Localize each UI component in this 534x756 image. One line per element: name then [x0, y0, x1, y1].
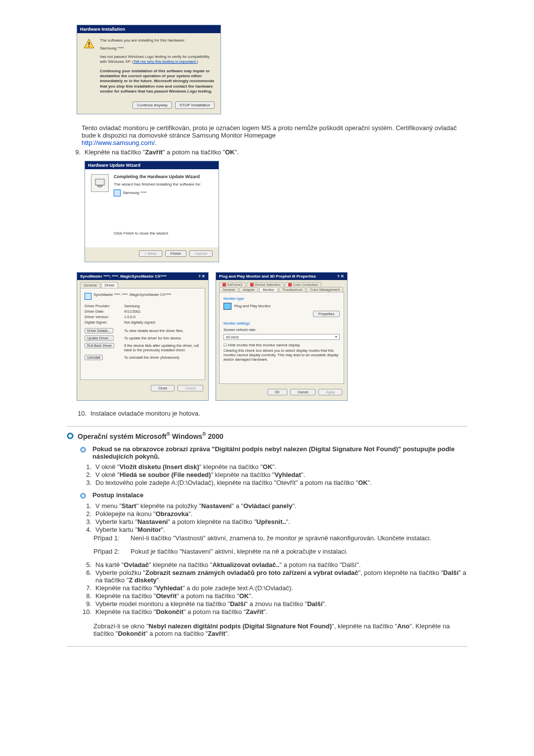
monitor-props-icon: [85, 293, 91, 300]
step9-d: OK: [225, 148, 235, 156]
samsung-link[interactable]: http://www.samsung.com/: [82, 139, 155, 146]
update-driver-button[interactable]: Update Driver...: [85, 335, 114, 341]
date-label: Driver Date:: [85, 309, 124, 314]
step9-a: Klepněte na tlačítko ": [85, 148, 145, 156]
step10-number: 10.: [67, 410, 87, 417]
step9-c: " a potom na tlačítko ": [163, 148, 225, 156]
wizard-device: Samsung ****: [123, 190, 146, 195]
driver-close-button[interactable]: Close: [151, 385, 175, 391]
tab-device-selection[interactable]: Device Selection: [255, 283, 280, 286]
tab-driver[interactable]: Driver: [101, 282, 118, 288]
continue-anyway-button[interactable]: Continue Anyway: [133, 101, 172, 109]
tab-general2[interactable]: General: [219, 287, 238, 292]
monitor-ok-button[interactable]: OK: [267, 389, 287, 395]
rollback-driver-button[interactable]: Roll Back Driver: [85, 343, 114, 348]
nvidia-icon: [222, 283, 226, 286]
nvidia-icon: [250, 283, 254, 286]
tab-monitor[interactable]: Monitor: [259, 287, 277, 292]
list-item: 7.Klepněte na tlačítko "Vyhledat" a do p…: [81, 584, 467, 592]
stop-installation-button[interactable]: STOP Installation: [175, 101, 215, 109]
step9-number: 9.: [67, 148, 81, 156]
monitor-cancel-button[interactable]: Cancel: [290, 389, 316, 395]
sign-value: Not digitally signed: [124, 320, 201, 325]
case2-label: Případ 2:: [93, 548, 131, 555]
list-item: 6.Vyberte položku "Zobrazit seznam známý…: [81, 569, 467, 584]
case1-body: Není-li tlačítko "Vlastnosti" aktivní, z…: [131, 534, 467, 542]
tab-general[interactable]: General: [80, 282, 100, 288]
wizard-cancel-button: Cancel: [189, 250, 213, 257]
ver-label: Driver Version:: [85, 315, 124, 319]
svg-rect-0: [89, 42, 89, 45]
hide-modes-checkbox[interactable]: ☐: [223, 343, 228, 347]
driver-dialog-title: SyncMaster ****; ****. MagicSyncMaster C…: [80, 274, 167, 279]
gear-icon: [79, 492, 88, 499]
svg-point-5: [82, 449, 84, 451]
refresh-rate-select[interactable]: 60 Hertz ▾: [223, 334, 340, 340]
device-icon: [114, 189, 121, 196]
list-item: 1.V menu "Start" klepněte na položky "Na…: [81, 502, 467, 510]
warning-icon: [83, 38, 95, 50]
cert-paragraph: Tento ovladač monitoru je certifikován, …: [82, 124, 457, 139]
refresh-rate-value: 60 Hertz: [226, 335, 239, 339]
monitor-icon: [223, 303, 231, 310]
monitor-apply-button: Apply: [318, 389, 342, 395]
wizard-title: Hardware Update Wizard: [85, 161, 219, 169]
warn-line2b: ): [197, 59, 198, 64]
case1-label: Případ 1:: [93, 534, 131, 542]
prov-value: Samsung: [124, 304, 201, 308]
case2-body: Pokud je tlačítko "Nastavení" aktivní, k…: [131, 548, 467, 555]
prov-label: Driver Provider:: [85, 304, 124, 308]
tab-geforce3[interactable]: GeForce3: [227, 283, 242, 286]
list-item: 3.Vyberte kartu "Nastavení" a potom klep…: [81, 518, 467, 525]
wizard-completing: Completing the Hardware Update Wizard: [114, 174, 213, 179]
list-item: 3.Do textového pole zadejte A:(D:\Ovlada…: [81, 479, 467, 486]
warn-line1: The software you are installing for this…: [100, 38, 215, 43]
warn-bold-paragraph: Continuing your installation of this sof…: [100, 69, 215, 94]
tab-troubleshoot[interactable]: Troubleshoot: [279, 287, 306, 292]
postup-final: Zobrazí-li se okno "Nebyl nalezen digitá…: [93, 622, 467, 637]
list-item: 5.Na kartě "Ovladač" klepněte na tlačítk…: [81, 561, 467, 568]
svg-rect-2: [95, 179, 104, 185]
list-item: 2.Poklepejte na ikonu "Obrazovka".: [81, 510, 467, 518]
step9-b: Zavřít: [145, 148, 162, 156]
update-driver-desc: To update the driver for this device.: [124, 336, 201, 340]
rollback-driver-desc: If the device fails after updating the d…: [124, 343, 201, 352]
driver-details-button[interactable]: Driver Details...: [85, 328, 113, 333]
tab-color-mgmt[interactable]: Color Management: [307, 287, 343, 292]
svg-rect-1: [89, 46, 89, 47]
driver-details-desc: To view details about the driver files.: [124, 329, 201, 333]
wizard-click-finish: Click Finish to close the wizard.: [114, 231, 213, 236]
step9-e: ".: [235, 148, 239, 156]
monitor-type-label: Monitor type: [223, 296, 340, 301]
step10-text: Instalace ovladače monitoru je hotova.: [90, 410, 200, 417]
tab-color-correction[interactable]: Color Correction: [293, 283, 318, 286]
list-item: 8.Klepněte na tlačítko "Otevřít" a potom…: [81, 592, 467, 600]
wizard-finish-button[interactable]: Finish: [165, 250, 186, 257]
driver-device-line: SyncMaster ****; ****. MagicSyncMaster C…: [93, 292, 171, 297]
bullet-icon: [67, 432, 74, 439]
hide-modes-label: Hide modes that this monitor cannot disp…: [228, 343, 300, 347]
postup-heading: Postup instalace: [92, 491, 467, 499]
chevron-down-icon: ▾: [335, 335, 337, 339]
dialog-title: Hardware Installation: [77, 25, 221, 33]
warn-device: Samsung ****: [100, 46, 215, 51]
list-item: 9.Vyberte model monitoru a klepněte na t…: [81, 600, 467, 608]
dss-intro: Pokud se na obrazovce zobrazí zpráva "Di…: [92, 445, 467, 460]
warn-link[interactable]: Tell me why this testing is important.: [134, 59, 197, 64]
monitor-properties-dialog: Plug and Play Monitor and 3D Prophet III…: [216, 272, 348, 401]
uninstall-button[interactable]: Uninstall: [85, 355, 103, 360]
tab-adapter[interactable]: Adapter: [239, 287, 259, 292]
monitor-dialog-title: Plug and Play Monitor and 3D Prophet III…: [219, 274, 316, 279]
wizard-finished-line: The wizard has finished installing the s…: [114, 182, 213, 187]
date-value: 9/11/2001: [124, 309, 201, 314]
os-heading: Operační systém Microsoft® Windows® 2000: [78, 431, 223, 440]
monitor-properties-button[interactable]: Properties: [313, 311, 340, 317]
hardware-update-wizard: Hardware Update Wizard Completing the Ha…: [85, 161, 219, 262]
svg-point-7: [82, 495, 84, 497]
driver-properties-dialog: SyncMaster ****; ****. MagicSyncMaster C…: [77, 272, 209, 401]
ver-value: 1.0.0.0: [124, 315, 201, 319]
list-item: 4.Vyberte kartu "Monitor".: [81, 526, 467, 533]
driver-cancel-button: Cancel: [178, 385, 203, 391]
hardware-installation-dialog: Hardware Installation The software you a…: [77, 25, 221, 114]
sign-label: Digital Signer:: [85, 320, 124, 325]
